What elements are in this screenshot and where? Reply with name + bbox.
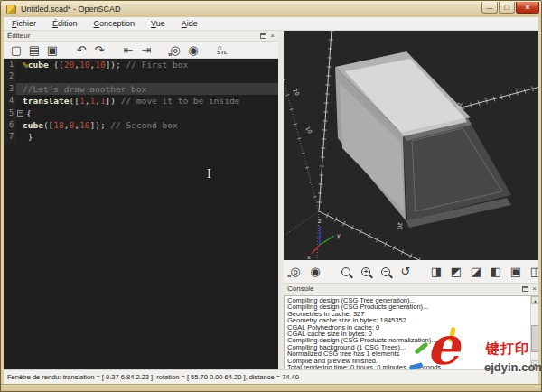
menu-vue[interactable]: Vue — [143, 18, 173, 29]
float-panel-icon[interactable] — [522, 286, 528, 292]
new-file-button[interactable]: ▢ — [8, 42, 24, 58]
code-line[interactable]: 3//Let's draw another box — [4, 83, 278, 95]
view-bottom-button[interactable]: ◪ — [467, 264, 485, 279]
code-line[interactable]: 4translate([1,1,1]) // move it to be ins… — [4, 95, 278, 107]
close-panel-icon[interactable]: × — [270, 33, 275, 40]
code-text: %cube ([20,10,10]); // First box — [16, 59, 188, 70]
redo-button[interactable]: ↷ — [91, 42, 107, 58]
tick-label-neg2: 10 — [304, 126, 313, 135]
line-number: 2 — [4, 70, 16, 82]
line-number: 6 — [4, 119, 16, 131]
editor-panel-title: Éditeur — [7, 32, 30, 40]
tick-label-y20: 20 — [456, 102, 463, 109]
redo-button-icon: ↷ — [95, 43, 105, 57]
viewport-toolbar: ◎»◉+−↺◨◩◪◧▣◫◊» — [284, 260, 540, 284]
code-line[interactable]: 1%cube ([20,10,10]); // First box — [4, 59, 278, 70]
undo-button[interactable]: ↶ — [73, 42, 89, 58]
view-right-button[interactable]: ◨ — [427, 264, 445, 279]
editor-panel-header[interactable]: Éditeur × — [4, 31, 278, 42]
z-axis-label: z — [318, 218, 322, 225]
code-editor[interactable]: 1%cube ([20,10,10]); // First box23//Let… — [4, 59, 278, 369]
preview-button[interactable]: ◎» — [286, 264, 304, 279]
text-cursor-icon: I — [207, 168, 211, 181]
unindent-button-icon: ⇤ — [124, 43, 134, 57]
zoom-in-button-icon: + — [361, 267, 370, 276]
code-line[interactable]: 6cube([18,8,10]); // Second box — [4, 119, 278, 131]
menu-edition[interactable]: Édition — [44, 18, 86, 29]
preview-button[interactable]: ◎» — [167, 42, 183, 58]
window-title: Untitled.scad* - OpenSCAD — [21, 5, 121, 14]
minimize-button[interactable]: — — [481, 2, 498, 14]
neg-axis-dotted-2 — [284, 211, 319, 236]
code-text: cube([18,8,10]); // Second box — [16, 119, 178, 131]
editor-panel: Éditeur × ▢▤▣↶↷⇤⇥◎»◉∩STL 1%cube ([20,10,… — [4, 31, 278, 369]
open-file-button[interactable]: ▤ — [26, 42, 42, 58]
new-file-button-icon: ▢ — [11, 43, 22, 57]
float-panel-icon[interactable] — [260, 33, 266, 39]
view-right-button-icon: ◨ — [431, 265, 442, 278]
maximize-button[interactable]: ▢ — [499, 2, 515, 14]
indent-button-icon: ⇥ — [142, 43, 152, 57]
view-left-button[interactable]: ◧ — [487, 264, 505, 279]
code-text: //Let's draw another box — [16, 83, 146, 95]
3d-viewport[interactable]: 20 10 20 20 z y x — [284, 31, 540, 260]
render-button-icon: ◉ — [188, 43, 198, 57]
axis-indicator: z y x — [307, 218, 341, 260]
export-stl-button-icon: ∩STL — [217, 45, 227, 55]
close-button[interactable]: × — [516, 2, 539, 14]
render-button[interactable]: ◉ — [185, 42, 201, 58]
open-file-button-icon: ▤ — [29, 43, 40, 57]
zoom-out-button[interactable]: − — [377, 264, 395, 279]
line-number: 7 — [4, 131, 16, 143]
tick-label-x20: 20 — [397, 222, 404, 229]
code-line[interactable]: 2 — [4, 70, 278, 82]
menu-bar: FichierÉditionConceptionVueAide — [4, 17, 540, 31]
zoom-all-button[interactable] — [337, 264, 355, 279]
menu-conception[interactable]: Conception — [86, 18, 144, 29]
code-text — [16, 70, 23, 82]
reset-view-button-icon: ↺ — [401, 265, 411, 278]
y-axis-label: y — [337, 232, 341, 239]
save-button-icon: ▣ — [47, 43, 58, 57]
zoom-out-button-icon: − — [381, 267, 390, 276]
reset-view-button[interactable]: ↺ — [397, 264, 415, 279]
view-front-button[interactable]: ▣ — [507, 264, 525, 279]
status-bar: Fenêtre de rendu: translation = [ 9.37 6… — [4, 369, 540, 384]
view-left-button-icon: ◧ — [491, 265, 501, 278]
line-number: 4 — [4, 95, 16, 107]
tick-label-neg1: 20 — [292, 88, 301, 97]
title-bar[interactable]: Untitled.scad* - OpenSCAD — ▢ × — [1, 1, 542, 17]
console-panel-title: Console — [287, 285, 313, 293]
window-frame-bottom — [1, 384, 542, 392]
code-text: translate([1,1,1]) // move it to be insi… — [16, 95, 239, 107]
x-axis-label: x — [307, 254, 311, 260]
window-frame-left — [1, 17, 4, 384]
menu-aide[interactable]: Aide — [173, 18, 206, 29]
fold-marker-icon[interactable]: − — [17, 110, 23, 117]
indent-button[interactable]: ⇥ — [138, 42, 154, 58]
code-line[interactable]: 7 } — [4, 131, 278, 143]
view-bottom-button-icon: ◪ — [471, 265, 481, 278]
preview-button-icon: ◎ — [290, 265, 300, 278]
code-text: } — [16, 131, 33, 143]
render-button-icon: ◉ — [310, 265, 320, 278]
render-button[interactable]: ◉ — [306, 264, 324, 279]
console-output[interactable]: Compiling design (CSG Tree generation)..… — [284, 295, 540, 369]
unindent-button[interactable]: ⇤ — [120, 42, 136, 58]
save-button[interactable]: ▣ — [44, 42, 61, 58]
zoom-in-button[interactable]: + — [357, 264, 375, 279]
close-panel-icon[interactable]: × — [532, 285, 537, 293]
undo-button-icon: ↶ — [77, 43, 87, 57]
app-icon — [6, 5, 16, 14]
z-axis-line — [319, 31, 332, 211]
status-text: Fenêtre de rendu: translation = [ 9.37 6… — [7, 373, 299, 381]
console-panel-header[interactable]: Console × — [284, 284, 540, 294]
export-stl-button[interactable]: ∩STL — [214, 42, 230, 58]
line-number: 5 — [4, 107, 16, 119]
code-line[interactable]: 5−{ — [4, 107, 278, 119]
view-top-button[interactable]: ◩ — [447, 264, 465, 279]
3d-scene: 20 10 20 20 z y x — [284, 31, 540, 260]
window-frame-right — [538, 17, 541, 384]
openscad-window: Untitled.scad* - OpenSCAD — ▢ × FichierÉ… — [0, 0, 542, 392]
menu-fichier[interactable]: Fichier — [4, 18, 44, 29]
